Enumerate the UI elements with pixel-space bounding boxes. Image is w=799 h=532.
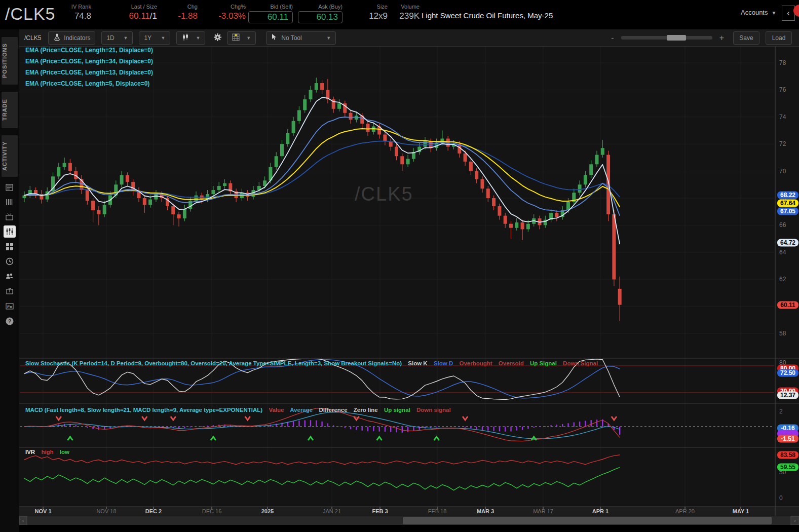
header-symbol: /CLK5 (5, 4, 56, 24)
chart-symbol-label: /CLK5 (24, 34, 41, 42)
candlestick-icon (181, 33, 189, 43)
ask-button[interactable]: 60.13 (298, 11, 343, 23)
chart-type-dropdown[interactable]: ▼ (176, 31, 205, 45)
chevron-down-icon: ▼ (196, 35, 200, 41)
chevron-down-icon: ▼ (771, 10, 776, 16)
chg-column: Chg -1.88 (162, 4, 198, 21)
svg-text:60.11: 60.11 (780, 301, 795, 309)
load-button[interactable]: Load (766, 31, 792, 45)
symbol-watermark: /CLK5 (355, 183, 413, 205)
chart-canvas[interactable]: /CLK55860626466687072747678802500NOV 1NO… (19, 47, 799, 532)
svg-text:DEC 2: DEC 2 (145, 508, 162, 514)
svg-text:NOV 1: NOV 1 (34, 508, 51, 514)
news-icon[interactable] (4, 181, 16, 194)
zoom-slider-thumb[interactable] (667, 35, 686, 41)
chg-value: -1.88 (162, 11, 198, 21)
svg-text:66: 66 (779, 221, 786, 229)
chart-icon[interactable] (4, 225, 16, 238)
svg-text:?: ? (8, 319, 11, 324)
svg-text:›: › (794, 518, 796, 523)
gear-icon (213, 33, 222, 43)
bid-column: Bid (Sell) 60.11 (248, 4, 293, 23)
svg-text:JAN 21: JAN 21 (323, 508, 341, 514)
size-column: Size 12x9 (357, 4, 388, 21)
trading-app: /CLK5 IV Rank 74.8 Last / Size 60.11/1 C… (0, 0, 799, 532)
time-scrollbar[interactable]: ‹› (19, 516, 799, 532)
timeframe-dropdown[interactable]: 1D▼ (101, 31, 133, 45)
chg-pct-column: Chg% -3.03% (203, 4, 246, 21)
svg-text:APR 1: APR 1 (592, 508, 608, 514)
chevron-down-icon: ▼ (326, 35, 331, 41)
svg-text:64.72: 64.72 (780, 239, 795, 246)
svg-text:MAY 1: MAY 1 (733, 508, 749, 514)
size-value: 12x9 (357, 11, 388, 21)
instrument-name: Light Sweet Crude Oil Futures, May-25 (422, 11, 553, 20)
svg-text:67.05: 67.05 (780, 208, 795, 215)
help-icon[interactable]: ? (4, 315, 16, 327)
svg-text:2025: 2025 (261, 508, 274, 514)
bid-button[interactable]: 60.11 (248, 11, 293, 23)
chevron-down-icon: ▼ (161, 35, 165, 41)
svg-text:76: 76 (779, 86, 786, 93)
indicators-button[interactable]: Indicators (48, 31, 95, 45)
flexible-grid-icon (232, 33, 240, 43)
zoom-in-button[interactable]: + (719, 33, 724, 43)
grid-layout-dropdown[interactable]: ▼ (227, 31, 256, 45)
chart-settings-button[interactable] (211, 31, 224, 45)
accounts-dropdown[interactable]: Accounts▼ (741, 9, 776, 16)
chevron-down-icon: ▼ (123, 35, 128, 41)
tab-activity[interactable]: ACTIVITY (1, 135, 18, 177)
left-sidebar: POSITIONS TRADE ACTIVITY Fx? (0, 29, 19, 532)
svg-text:FEB 3: FEB 3 (372, 508, 388, 514)
save-button[interactable]: Save (733, 31, 759, 45)
package-icon[interactable] (4, 285, 16, 297)
svg-text:70: 70 (779, 168, 786, 175)
svg-text:72: 72 (779, 140, 786, 147)
zoom-slider[interactable] (621, 36, 712, 40)
fx-icon[interactable]: Fx (4, 300, 16, 312)
history-icon[interactable] (4, 255, 16, 268)
chevron-down-icon: ▼ (246, 35, 251, 41)
grid-icon[interactable] (4, 241, 16, 253)
drawing-tool-dropdown[interactable]: No Tool ▼ (266, 31, 336, 45)
svg-text:58: 58 (779, 330, 786, 337)
svg-text:72.50: 72.50 (780, 369, 795, 376)
quote-header: /CLK5 IV Rank 74.8 Last / Size 60.11/1 C… (0, 0, 799, 29)
svg-text:MAR 17: MAR 17 (533, 508, 553, 514)
svg-text:12.37: 12.37 (780, 392, 795, 399)
svg-text:-1.51: -1.51 (781, 435, 795, 442)
last-size: /1 (150, 11, 157, 21)
range-dropdown[interactable]: 1Y▼ (139, 31, 170, 45)
social-icon[interactable] (4, 270, 16, 282)
svg-text:83.58: 83.58 (780, 451, 795, 459)
svg-text:DEC 16: DEC 16 (202, 508, 222, 514)
tv-icon[interactable] (4, 211, 16, 223)
svg-text:Fx: Fx (7, 305, 12, 309)
volume-value: 239K (390, 11, 420, 21)
tab-positions[interactable]: POSITIONS (1, 36, 18, 85)
svg-text:2: 2 (779, 408, 783, 415)
tab-trade[interactable]: TRADE (1, 91, 18, 129)
volume-column: Volume 239K (390, 4, 420, 21)
iv-rank-value: 74.8 (51, 11, 91, 21)
cursor-icon (271, 33, 277, 42)
iv-rank-column: IV Rank 74.8 (51, 4, 91, 21)
watchlist-icon[interactable] (4, 196, 16, 208)
svg-text:68.22: 68.22 (780, 192, 795, 199)
chart-toolbar: /CLK5 Indicators 1D▼ 1Y▼ ▼ (19, 29, 799, 47)
svg-text:MAR 3: MAR 3 (477, 508, 494, 514)
beaker-icon (53, 33, 61, 43)
svg-text:62: 62 (779, 276, 786, 283)
last-price: 60.11 (129, 11, 150, 21)
svg-text:64: 64 (779, 249, 786, 256)
last-size-column: Last / Size 60.11/1 (101, 4, 157, 21)
svg-text:FEB 18: FEB 18 (428, 508, 447, 514)
zoom-out-button[interactable]: - (611, 33, 614, 43)
svg-text:74: 74 (779, 113, 786, 121)
collapse-panel-button[interactable]: ‹ (782, 6, 795, 21)
chevron-left-icon: ‹ (787, 9, 789, 17)
svg-text:NOV 18: NOV 18 (96, 508, 116, 514)
chart-panel: /CLK5 Indicators 1D▼ 1Y▼ ▼ (19, 29, 799, 532)
zoom-control: - + (611, 33, 724, 43)
svg-text:0: 0 (779, 495, 783, 502)
